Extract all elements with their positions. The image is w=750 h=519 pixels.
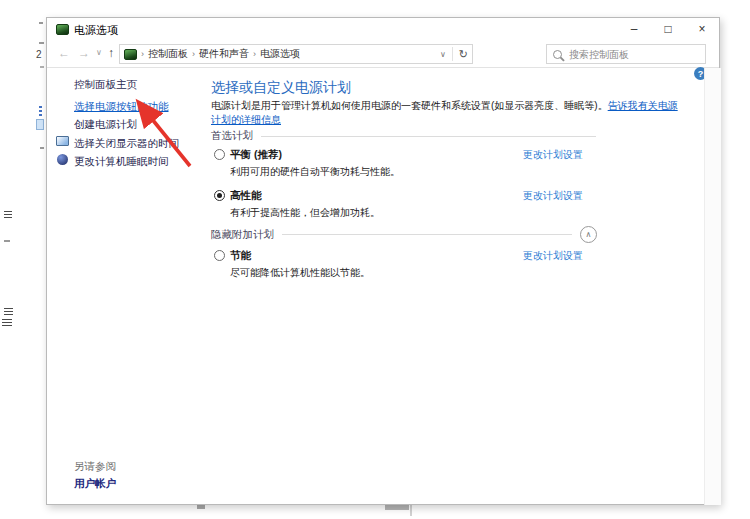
breadcrumb-hardware-sound[interactable]: 硬件和声音 xyxy=(199,47,249,61)
background-window-fragment xyxy=(36,119,44,130)
sidebar-item-create-plan[interactable]: 创建电源计划 xyxy=(74,118,137,132)
minimize-button[interactable]: – xyxy=(617,18,651,41)
page-title: 选择或自定义电源计划 xyxy=(211,79,351,97)
titlebar[interactable]: 电源选项 – □ × xyxy=(47,18,719,41)
navigation-toolbar: ← → ∨ ↑ › 控制面板 › 硬件和声音 › 电源选项 ∨ ↻ xyxy=(47,41,719,68)
breadcrumb-separator: › xyxy=(192,49,195,59)
section-label: 首选计划 xyxy=(211,129,253,143)
background-window-fragment xyxy=(4,211,12,220)
address-dropdown-icon[interactable]: ∨ xyxy=(440,50,446,59)
background-window-fragment xyxy=(4,240,10,242)
address-bar[interactable]: › 控制面板 › 硬件和声音 › 电源选项 ∨ ↻ xyxy=(119,44,473,64)
close-button[interactable]: × xyxy=(685,18,719,41)
power-options-icon xyxy=(124,49,137,60)
power-options-window: 电源选项 – □ × ← → ∨ ↑ › 控制面板 › 硬件和声音 › 电源选项… xyxy=(46,17,720,505)
change-plan-settings-power-saver[interactable]: 更改计划设置 xyxy=(523,249,583,263)
search-box[interactable] xyxy=(546,44,706,64)
background-window-fragment xyxy=(39,106,42,117)
display-icon xyxy=(56,136,69,146)
window-title: 电源选项 xyxy=(74,23,118,38)
up-icon[interactable]: ↑ xyxy=(108,46,114,60)
see-also-label: 另请参阅 xyxy=(74,460,116,474)
sidebar-item-power-buttons[interactable]: 选择电源按钮的功能 xyxy=(74,100,169,114)
window-controls: – □ × xyxy=(617,18,719,41)
radio-power-saver[interactable] xyxy=(214,250,225,261)
sleep-icon xyxy=(57,154,68,165)
back-icon[interactable]: ← xyxy=(58,46,70,60)
breadcrumb-separator: › xyxy=(253,49,256,59)
sidebar-item-sleep-time[interactable]: 更改计算机睡眠时间 xyxy=(74,155,169,169)
section-hidden-plans: 隐藏附加计划 ∧ xyxy=(211,226,597,243)
divider xyxy=(452,47,453,61)
breadcrumb-control-panel[interactable]: 控制面板 xyxy=(148,47,188,61)
scrollbar[interactable] xyxy=(704,68,721,505)
background-window-fragment xyxy=(39,22,43,24)
background-window-fragment xyxy=(40,147,44,149)
section-rule xyxy=(282,234,572,235)
radio-balanced[interactable] xyxy=(214,149,225,160)
change-plan-settings-high-performance[interactable]: 更改计划设置 xyxy=(523,189,583,203)
plan-name-high-performance: 高性能 xyxy=(230,189,262,203)
collapse-chevron-icon[interactable]: ∧ xyxy=(580,226,597,243)
toolbar-separator xyxy=(47,67,719,68)
sidebar-item-user-accounts[interactable]: 用户帐户 xyxy=(74,477,116,491)
breadcrumb-separator: › xyxy=(141,49,144,59)
plan-name-balanced: 平衡 (推荐) xyxy=(230,148,282,162)
background-window-fragment-number: 2 xyxy=(36,49,42,60)
change-plan-settings-balanced[interactable]: 更改计划设置 xyxy=(523,148,583,162)
description-text: 电源计划是用于管理计算机如何使用电源的一套硬件和系统设置(如显示器亮度、睡眠等)… xyxy=(211,100,608,111)
power-options-icon xyxy=(56,24,69,35)
section-rule xyxy=(261,136,596,137)
forward-icon[interactable]: → xyxy=(78,46,90,60)
plan-name-power-saver: 节能 xyxy=(230,249,251,263)
background-window-fragment xyxy=(4,308,13,316)
recent-pages-icon[interactable]: ∨ xyxy=(96,48,102,57)
section-label: 隐藏附加计划 xyxy=(211,228,274,242)
sidebar-item-home[interactable]: 控制面板主页 xyxy=(74,78,137,92)
breadcrumb-power-options[interactable]: 电源选项 xyxy=(260,47,300,61)
sidebar-item-display-off-time[interactable]: 选择关闭显示器的时间 xyxy=(74,137,179,151)
refresh-icon[interactable]: ↻ xyxy=(459,48,468,61)
plan-desc-high-performance: 有利于提高性能，但会增加功耗。 xyxy=(230,206,380,220)
search-input[interactable] xyxy=(567,48,703,61)
maximize-button[interactable]: □ xyxy=(651,18,685,41)
background-window-fragment xyxy=(2,319,12,328)
background-window-fragment xyxy=(40,66,44,68)
address-bar-actions: ∨ ↻ xyxy=(440,47,468,61)
page-description: 电源计划是用于管理计算机如何使用电源的一套硬件和系统设置(如显示器亮度、睡眠等)… xyxy=(211,99,679,127)
search-icon xyxy=(553,50,562,59)
background-window-fragment xyxy=(39,42,44,44)
section-preferred-plans: 首选计划 xyxy=(211,129,596,143)
radio-high-performance[interactable] xyxy=(214,190,225,201)
plan-desc-power-saver: 尽可能降低计算机性能以节能。 xyxy=(230,266,370,280)
plan-desc-balanced: 利用可用的硬件自动平衡功耗与性能。 xyxy=(230,165,400,179)
